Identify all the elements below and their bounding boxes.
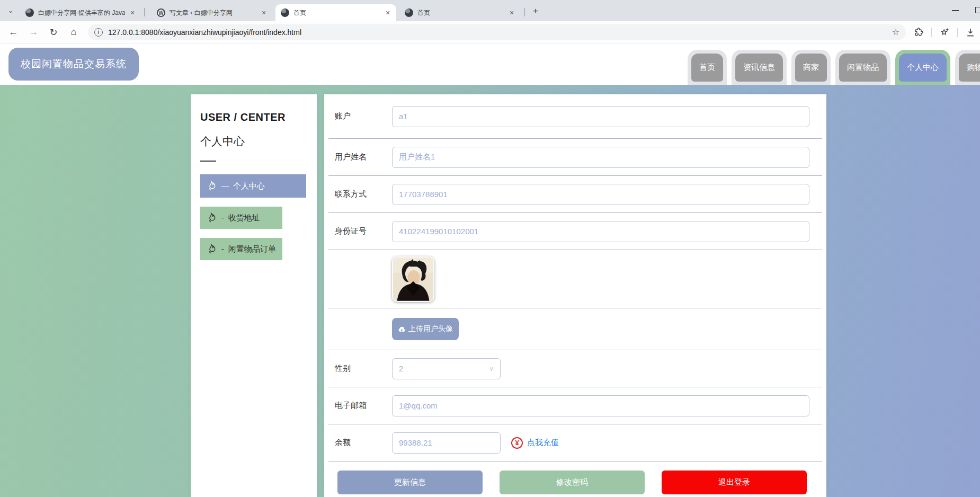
id-number-input[interactable] [392,221,809,242]
nav-item-cart[interactable]: 购物车 [955,50,980,85]
tab-title: 白嫖中分享网-提供丰富的 Java [38,8,125,17]
main-nav: 首页 资讯信息 商家 闲置物品 个人中心 购物车 [688,50,980,85]
tab-2[interactable]: W 写文章 ‹ 白嫖中分享网 ✕ [152,4,272,21]
avatar-portrait [393,258,433,301]
gender-select[interactable]: 2 ∨ [392,358,501,379]
phone-input[interactable] [392,184,809,205]
email-label: 电子邮箱 [328,401,392,411]
dash: - [221,214,224,222]
balance-input[interactable] [392,432,501,454]
upload-button-label: 上传用户头像 [408,324,453,334]
nav-item-idle-goods[interactable]: 闲置物品 [835,50,890,85]
reload-icon[interactable]: ↻ [47,26,60,38]
site-favicon [25,8,34,17]
form-actions: 更新信息 修改密码 退出登录 [328,462,822,494]
profile-form-panel: 账户 用户姓名 联系方式 身份证号 [324,94,826,497]
site-logo[interactable]: 校园闲置物品交易系统 [8,48,139,81]
email-field[interactable] [392,395,809,416]
flame-icon [206,212,217,224]
site-header: 校园闲置物品交易系统 首页 资讯信息 商家 闲置物品 个人中心 购物车 [0,43,980,85]
gender-value: 2 [399,364,403,373]
tab-3-active[interactable]: 首页 ✕ [275,4,396,21]
chevron-down-icon: ∨ [489,365,494,372]
close-icon[interactable]: ✕ [507,8,516,17]
reading-list-star-icon[interactable] [939,27,950,38]
sidebar-item-user-center[interactable]: — 个人中心 [200,174,306,198]
sidebar-title: 个人中心 [200,134,317,149]
toolbar-actions [913,27,976,38]
tab-search-chevron-icon[interactable]: ⌄ [5,6,16,15]
upload-avatar-button[interactable]: 上传用户头像 [392,318,459,340]
sidebar-item-label: 收货地址 [228,213,260,223]
form-row-username: 用户姓名 [328,139,822,176]
yen-recharge-icon: ¥ [511,437,523,449]
id-number-label: 身份证号 [328,226,392,236]
nav-item-user-center[interactable]: 个人中心 [895,50,950,85]
sidebar-item-idle-goods-orders[interactable]: - 闲置物品订单 [200,238,282,260]
tab-1[interactable]: 白嫖中分享网-提供丰富的 Java ✕ [20,4,141,21]
tab-title: 首页 [293,8,380,17]
nav-label: 资讯信息 [735,54,783,82]
nav-label: 个人中心 [899,54,947,82]
form-row-avatar [328,250,822,308]
sidebar-item-label: 个人中心 [233,181,265,191]
form-row-id-number: 身份证号 [328,213,822,250]
browser-toolbar: ← → ↻ ⌂ i 127.0.0.1:8080/xiaoyuanxianzhi… [0,21,980,43]
dash: - [221,245,224,253]
form-row-gender: 性别 2 ∨ [328,350,822,387]
browser-window: ⌄ 白嫖中分享网-提供丰富的 Java ✕ W 写文章 ‹ 白嫖中分享网 ✕ 首… [0,0,980,497]
recharge-link[interactable]: 点我充值 [527,438,559,448]
address-bar[interactable]: i 127.0.0.1:8080/xiaoyuanxianzhiwupinjia… [88,24,906,40]
change-password-button[interactable]: 修改密码 [500,471,645,494]
form-row-account: 账户 [328,94,822,139]
download-icon[interactable] [965,27,976,38]
divider [200,161,216,162]
dash: — [221,182,229,190]
back-icon[interactable]: ← [6,26,20,38]
breadcrumb: USER / CENTER [200,111,317,123]
logout-button[interactable]: 退出登录 [662,471,807,494]
tab-separator [144,8,145,16]
close-icon[interactable]: ✕ [384,8,392,17]
wordpress-icon: W [157,8,165,17]
form-row-balance: 余额 ¥ 点我充值 [328,424,822,462]
flame-icon [206,180,217,192]
tab-title: 写文章 ‹ 白嫖中分享网 [170,8,256,17]
close-icon[interactable]: ✕ [128,8,137,17]
cloud-upload-icon [398,326,406,333]
username-input[interactable] [392,147,809,168]
new-tab-button[interactable]: + [530,5,541,17]
site-info-icon[interactable]: i [94,28,103,37]
window-maximize-button[interactable] [975,7,980,13]
close-icon[interactable]: ✕ [260,8,268,17]
site-favicon [405,8,413,17]
page-background: USER / CENTER 个人中心 — 个人中心 - 收货地址 [0,85,980,497]
sidebar-item-shipping-address[interactable]: - 收货地址 [200,207,282,229]
toolbar-separator [957,28,958,37]
window-minimize-button[interactable] [952,10,959,11]
nav-item-home[interactable]: 首页 [688,50,727,85]
bookmark-star-icon[interactable]: ☆ [892,27,899,37]
extensions-puzzle-icon[interactable] [913,27,924,38]
tab-title: 首页 [417,8,504,17]
user-center-sidebar: USER / CENTER 个人中心 — 个人中心 - 收货地址 [191,94,317,497]
tab-4[interactable]: 首页 ✕ [399,4,520,21]
site-favicon [281,8,289,17]
home-icon[interactable]: ⌂ [67,26,81,38]
form-row-email: 电子邮箱 [328,387,822,424]
username-label: 用户姓名 [328,152,392,162]
update-info-button[interactable]: 更新信息 [337,471,483,494]
avatar [392,256,434,302]
nav-item-merchant[interactable]: 商家 [791,50,831,85]
url-text[interactable]: 127.0.0.1:8080/xiaoyuanxianzhiwupinjiaoy… [108,28,301,37]
account-label: 账户 [328,111,392,121]
nav-item-news[interactable]: 资讯信息 [732,50,787,85]
account-input[interactable] [392,106,809,127]
sidebar-item-label: 闲置物品订单 [228,244,276,254]
phone-label: 联系方式 [328,189,392,199]
flame-icon [206,243,217,255]
gender-label: 性别 [328,363,392,374]
balance-label: 余额 [328,438,392,448]
form-row-phone: 联系方式 [328,176,822,213]
forward-icon[interactable]: → [26,26,40,38]
